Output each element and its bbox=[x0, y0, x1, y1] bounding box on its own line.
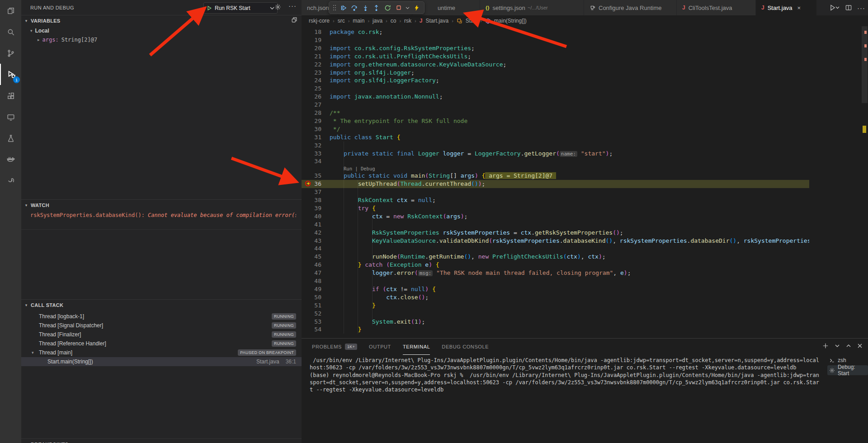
variables-section-header[interactable]: ▾ VARIABLES bbox=[21, 15, 302, 26]
code-line-31[interactable]: 31public class Start { bbox=[302, 133, 809, 141]
line-number[interactable]: 25 bbox=[302, 85, 321, 93]
code-line-49[interactable]: 49 if (ctx != null) { bbox=[302, 285, 809, 293]
code-line-37[interactable]: 37 bbox=[302, 188, 809, 196]
continue-icon[interactable] bbox=[339, 2, 348, 13]
breadcrumb-item[interactable]: src bbox=[338, 18, 345, 24]
line-number[interactable]: 32 bbox=[302, 141, 321, 150]
line-number[interactable]: 39 bbox=[302, 204, 321, 212]
code-line-24[interactable]: 24import org.slf4j.LoggerFactory; bbox=[302, 76, 809, 85]
code-line-18[interactable]: 18package co.rsk; bbox=[302, 28, 809, 36]
code-line-38[interactable]: 38 RskContext ctx = null; bbox=[302, 196, 809, 204]
more-actions-icon[interactable]: ··· bbox=[288, 2, 297, 9]
line-number[interactable]: 35 bbox=[302, 172, 321, 180]
code-line-47[interactable]: 47 logger.error(msg: "The RSK node main … bbox=[302, 269, 809, 277]
panel-tab-output[interactable]: OUTPUT bbox=[369, 339, 391, 355]
variables-scope-local[interactable]: ▾ Local bbox=[21, 26, 302, 35]
line-number[interactable]: 42 bbox=[302, 229, 321, 237]
drag-grip-icon[interactable] bbox=[332, 2, 337, 13]
terminal-list-item-debug-start[interactable]: Debug: Start bbox=[827, 365, 868, 375]
line-number[interactable]: 49 bbox=[302, 285, 321, 293]
code-line-23[interactable]: 23import org.slf4j.Logger; bbox=[302, 69, 809, 77]
code-line-26[interactable]: 26import javax.annotation.Nonnull; bbox=[302, 93, 809, 101]
code-line-45[interactable]: 45 runNode(Runtime.getRuntime(), new Pre… bbox=[302, 253, 809, 261]
stop-icon[interactable] bbox=[394, 2, 404, 13]
editor-tab-clitoolstest-java[interactable]: JCliToolsTest.java bbox=[677, 0, 756, 15]
code-line-54[interactable]: 54 } bbox=[302, 325, 809, 334]
line-number[interactable]: 19 bbox=[302, 36, 321, 44]
step-out-icon[interactable] bbox=[372, 2, 382, 13]
code-line-43[interactable]: 43 KeyValueDataSource.validateDbKind(rsk… bbox=[302, 237, 809, 245]
breadcrumb-symbol[interactable]: main(String[]) bbox=[494, 18, 527, 24]
code-line-19[interactable]: 19 bbox=[302, 36, 809, 44]
call-stack-frame-selected[interactable]: Start.main(String[])Start.java36:1 bbox=[21, 357, 302, 366]
search-icon[interactable] bbox=[0, 21, 21, 42]
line-number[interactable]: 28 bbox=[302, 109, 321, 117]
code-line-22[interactable]: 22import org.ethereum.datasource.KeyValu… bbox=[302, 61, 809, 69]
close-panel-icon[interactable] bbox=[857, 343, 863, 349]
call-stack-thread[interactable]: Thread [logback-1]RUNNING bbox=[21, 312, 302, 321]
line-number[interactable]: 26 bbox=[302, 93, 321, 101]
line-number[interactable]: 40 bbox=[302, 212, 321, 221]
copy-pages-icon[interactable] bbox=[291, 17, 297, 25]
line-number[interactable]: 51 bbox=[302, 302, 321, 310]
line-number[interactable]: 34 bbox=[302, 157, 321, 165]
code-line-44[interactable]: 44 bbox=[302, 245, 809, 253]
extensions-icon[interactable] bbox=[0, 85, 21, 106]
step-into-icon[interactable] bbox=[361, 2, 370, 13]
call-stack-section-header[interactable]: ▾ CALL STACK bbox=[21, 299, 302, 310]
code-line-46[interactable]: 46 } catch (Exception e) { bbox=[302, 261, 809, 269]
code-line-50[interactable]: 50 ctx.close(); bbox=[302, 293, 809, 302]
code-line-27[interactable]: 27 bbox=[302, 101, 809, 109]
testing-beaker-icon[interactable] bbox=[0, 127, 21, 149]
line-number[interactable]: 27 bbox=[302, 101, 321, 109]
line-number[interactable]: 38 bbox=[302, 196, 321, 204]
gradle-icon[interactable] bbox=[0, 170, 21, 191]
code-line-20[interactable]: 20import co.rsk.config.RskSystemProperti… bbox=[302, 44, 809, 52]
variable-args[interactable]: ▸ args: String[2]@7 bbox=[21, 35, 302, 44]
call-stack-thread[interactable]: Thread [Signal Dispatcher]RUNNING bbox=[21, 321, 302, 330]
breadcrumb-item[interactable]: main bbox=[353, 18, 364, 24]
run-and-debug-icon[interactable]: 1 bbox=[0, 64, 22, 85]
code-line-25[interactable]: 25 bbox=[302, 85, 809, 93]
code-line-36[interactable]: 36 setUpThread(Thread.currentThread()); bbox=[302, 180, 809, 188]
run-java-icon[interactable] bbox=[830, 5, 840, 11]
breadcrumb-item[interactable]: java bbox=[373, 18, 382, 24]
line-number[interactable]: 52 bbox=[302, 310, 321, 318]
line-number[interactable]: 36 bbox=[302, 180, 321, 188]
line-number[interactable]: 18 bbox=[302, 28, 321, 36]
editor-tab-configure-java-runtime[interactable]: Configure Java Runtime bbox=[584, 0, 677, 15]
code-line-40[interactable]: 40 ctx = new RskContext(args); bbox=[302, 212, 809, 221]
breadcrumb-item[interactable]: rskj-core bbox=[309, 18, 330, 24]
source-control-icon[interactable] bbox=[0, 42, 21, 64]
chevron-down-icon[interactable] bbox=[835, 343, 840, 349]
breadcrumb-item[interactable]: rsk bbox=[404, 18, 411, 24]
code-line-28[interactable]: 28/** bbox=[302, 109, 809, 117]
code-line-41[interactable]: 41 bbox=[302, 221, 809, 229]
panel-tab-terminal[interactable]: TERMINAL bbox=[403, 339, 430, 355]
gear-icon[interactable] bbox=[274, 4, 281, 12]
step-over-icon[interactable] bbox=[350, 2, 359, 13]
line-number[interactable]: 31 bbox=[302, 133, 321, 141]
line-number[interactable]: 22 bbox=[302, 61, 321, 69]
breakpoints-section-header[interactable]: ▾ BREAKPOINTS bbox=[21, 438, 302, 443]
call-stack-thread[interactable]: Thread [Finalizer]RUNNING bbox=[21, 330, 302, 339]
explorer-icon[interactable] bbox=[0, 0, 21, 21]
code-line-33[interactable]: 33 private static final Logger logger = … bbox=[302, 150, 809, 158]
launch-config-dropdown[interactable]: Run RSK Start bbox=[203, 2, 278, 14]
call-stack-thread[interactable]: Thread [Reference Handler]RUNNING bbox=[21, 339, 302, 348]
start-debug-icon[interactable] bbox=[207, 5, 212, 11]
line-number[interactable]: 21 bbox=[302, 52, 321, 61]
panel-tab-debug-console[interactable]: DEBUG CONSOLE bbox=[442, 339, 489, 355]
line-number[interactable]: 50 bbox=[302, 293, 321, 302]
line-number[interactable]: 41 bbox=[302, 221, 321, 229]
line-number[interactable]: 30 bbox=[302, 125, 321, 133]
code-line-35[interactable]: 35 public static void main(String[] args… bbox=[302, 172, 809, 180]
code-line-48[interactable]: 48 bbox=[302, 277, 809, 285]
panel-tab-problems[interactable]: PROBLEMS1K+ bbox=[312, 339, 357, 355]
remote-explorer-icon[interactable] bbox=[0, 106, 21, 127]
code-line-21[interactable]: 21import co.rsk.util.PreflightChecksUtil… bbox=[302, 52, 809, 61]
line-number[interactable]: 29 bbox=[302, 117, 321, 125]
line-number[interactable]: 20 bbox=[302, 44, 321, 52]
restart-icon[interactable] bbox=[383, 2, 392, 13]
line-number[interactable]: 24 bbox=[302, 76, 321, 85]
